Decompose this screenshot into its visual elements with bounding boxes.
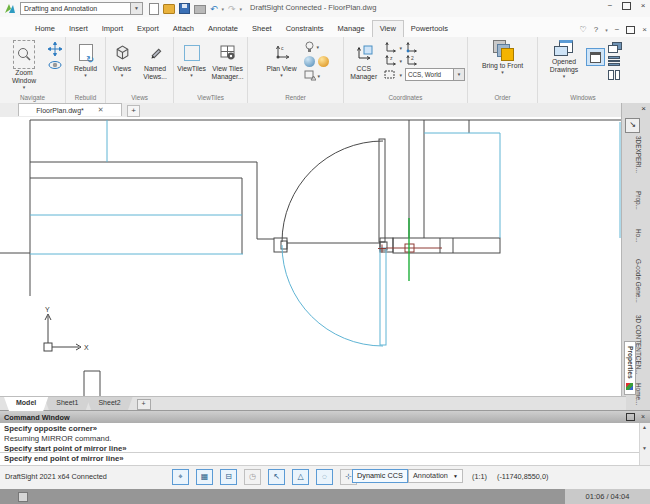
tab-powertools[interactable]: Powertools (404, 21, 455, 37)
scrub-handle[interactable] (18, 492, 28, 502)
ccs-manager-button[interactable]: CCS Manager (346, 40, 381, 81)
ccs-select[interactable]: CCS, World ▼ (405, 68, 465, 81)
new-document-tab-button[interactable]: + (127, 105, 140, 117)
ccs-axis-icon[interactable] (405, 42, 417, 53)
redo-dropdown-icon[interactable]: ▾ (240, 6, 243, 12)
scroll-down-icon[interactable]: ▼ (642, 445, 647, 451)
tab-home[interactable]: Home (28, 21, 62, 37)
print-icon[interactable] (194, 5, 206, 14)
snap-toggle-icon[interactable]: ⌖ (172, 469, 189, 485)
panel-tab-home[interactable]: Home... (635, 383, 642, 405)
window-layout-selected-icon[interactable] (586, 48, 605, 66)
grid-toggle-icon[interactable]: ▦ (196, 469, 213, 485)
viewtiles-icon (184, 40, 200, 65)
panel-close-icon[interactable]: × (641, 104, 646, 113)
bring-to-front-button[interactable]: Bring to Front ▾ (481, 40, 525, 76)
close-tab-icon[interactable]: ✕ (98, 106, 104, 114)
chevron-down-icon: ▾ (23, 85, 26, 91)
workspace-selector[interactable]: Drafting and Annotation ▼ (20, 2, 143, 15)
help-icon[interactable]: ? (594, 25, 598, 34)
command-window-close-icon[interactable]: × (641, 413, 645, 421)
panel-tab-3dexperience[interactable]: 3DEXPERI... (635, 136, 642, 173)
command-scrollbar[interactable]: ▲ ▼ (639, 423, 650, 465)
render-region-icon[interactable]: ▾ (304, 70, 329, 81)
restore-button[interactable] (622, 2, 631, 10)
player-time: 01:06 / 04:04 (565, 489, 650, 504)
tab-import[interactable]: Import (95, 21, 130, 37)
ccs-axis-icon[interactable]: 2 (405, 55, 417, 66)
hide-lamp-icon[interactable]: ▾ (304, 41, 329, 53)
ribbon-close-button[interactable]: × (642, 25, 647, 34)
annotation-scale-dropdown[interactable]: Annotation ▼ (408, 469, 463, 483)
cascade-windows-icon[interactable] (608, 42, 621, 52)
pan-icon[interactable] (48, 42, 62, 56)
document-tab-floorplan[interactable]: FloorPlan.dwg* ✕ (18, 103, 122, 116)
ccs-axis-icon[interactable]: z (384, 55, 396, 66)
ribbon-minimize-button[interactable]: − (615, 25, 620, 34)
redo-icon[interactable]: ↷ (228, 4, 236, 14)
orbit-icon[interactable] (48, 59, 62, 72)
plan-view-button[interactable]: c Plan View ▾ (263, 40, 301, 81)
polar-toggle-icon[interactable]: ◷ (244, 469, 261, 485)
shaded-sphere-icon[interactable] (304, 56, 315, 67)
panel-tab-prop[interactable]: Prop... (635, 191, 642, 210)
panel-tab-ho[interactable]: Ho... (635, 229, 642, 243)
group-label-order: Order (468, 94, 537, 103)
undo-icon[interactable]: ↶ (210, 4, 218, 14)
panel-tab-3dcontentcentral[interactable]: 3D CONTENTCEN... (635, 315, 642, 375)
drawing-canvas[interactable]: Y X (0, 117, 622, 396)
entity-snap-region-icon[interactable]: ◌ (316, 469, 333, 485)
material-sphere-icon[interactable] (318, 56, 329, 67)
tab-constraints[interactable]: Constraints (279, 21, 331, 37)
undo-dropdown-icon[interactable]: ▾ (222, 6, 225, 12)
rebuild-button[interactable]: ↻ Rebuild ▾ (68, 40, 103, 79)
panel-autohide-icon[interactable]: ↘ (625, 118, 640, 133)
panel-tab-properties[interactable]: Properties (624, 341, 636, 395)
viewtiles-button[interactable]: ViewTiles ▾ (176, 40, 207, 81)
save-icon[interactable] (179, 3, 190, 14)
tab-model[interactable]: Model (4, 397, 48, 411)
etrack-toggle-icon[interactable]: △ (292, 469, 309, 485)
opened-drawings-button[interactable]: Opened Drawings ▾ (545, 40, 583, 80)
scale-readout: (1:1) (472, 472, 487, 481)
tab-view[interactable]: View (372, 20, 404, 37)
tab-sheet[interactable]: Sheet (245, 21, 279, 37)
tab-insert[interactable]: Insert (62, 21, 95, 37)
panel-tab-gcode[interactable]: G-code Gene... (635, 259, 642, 303)
tab-sheet2[interactable]: Sheet2 (86, 397, 132, 411)
ccs-axis-icon[interactable] (384, 42, 396, 53)
chevron-down-icon[interactable]: ▾ (605, 27, 608, 33)
ortho-toggle-icon[interactable]: ⊟ (220, 469, 237, 485)
annotation-scale-value: Annotation (413, 470, 448, 482)
tab-sheet1[interactable]: Sheet1 (44, 397, 90, 411)
minimize-button[interactable]: − (605, 1, 615, 10)
views-button[interactable]: Views ▾ (108, 40, 136, 81)
command-prompt-input[interactable]: Specify end point of mirror line» (0, 452, 642, 466)
tab-export[interactable]: Export (130, 21, 166, 37)
chevron-down-icon: ▾ (318, 73, 321, 79)
command-history[interactable]: Specify opposite corner» Resuming MIRROR… (0, 423, 650, 466)
esnap-toggle-icon[interactable]: ↖ (268, 469, 285, 485)
dynamic-ccs-button[interactable]: Dynamic CCS (352, 469, 408, 483)
scroll-up-icon[interactable]: ▲ (642, 424, 647, 430)
new-file-icon[interactable] (149, 3, 159, 15)
tile-vertical-icon[interactable] (608, 70, 620, 80)
command-window-float-icon[interactable] (626, 413, 635, 421)
favorites-heart-icon[interactable]: ♡ (580, 25, 587, 34)
add-sheet-button[interactable]: + (137, 399, 151, 410)
open-file-icon[interactable] (163, 4, 175, 14)
chevron-down-icon[interactable]: ▼ (130, 3, 142, 14)
document-tab-label: FloorPlan.dwg* (36, 107, 83, 114)
named-views-button[interactable]: Named Views... (139, 40, 171, 81)
zoom-window-button[interactable]: Zoom Window ▾ (3, 40, 45, 90)
ccs-grid-icon[interactable] (384, 69, 396, 80)
tab-attach[interactable]: Attach (166, 21, 201, 37)
tile-horizontal-icon[interactable] (608, 56, 620, 66)
view-tiles-manager-button[interactable]: View Tiles Manager... (210, 40, 245, 81)
player-scrub-bar[interactable]: 01:06 / 04:04 (0, 489, 650, 504)
tab-annotate[interactable]: Annotate (201, 21, 245, 37)
ribbon-restore-button[interactable] (626, 26, 635, 34)
tab-manage[interactable]: Manage (331, 21, 372, 37)
command-window-header[interactable]: Command Window × (0, 410, 650, 423)
close-button[interactable]: × (638, 1, 648, 10)
